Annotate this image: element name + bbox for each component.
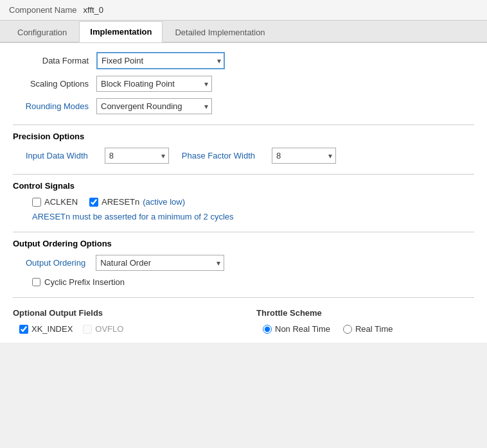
data-format-select-wrapper: Fixed Point Block Floating Point Floatin…: [96, 52, 225, 69]
input-data-width-label: Input Data Width: [26, 151, 88, 160]
input-data-width-select-wrapper: 8 16 24 32: [105, 148, 169, 164]
real-time-label: Real Time: [355, 324, 393, 334]
tabs-bar: Configuration Implementation Detailed Im…: [0, 21, 487, 43]
component-name-value: xfft_0: [84, 5, 104, 15]
scaling-options-select[interactable]: Block Floating Point Unscaled Scaled: [96, 76, 212, 92]
non-real-time-radio-label[interactable]: Non Real Time: [263, 324, 330, 334]
real-time-radio-label[interactable]: Real Time: [343, 324, 393, 334]
optional-checkboxes: XK_INDEX OVFLO: [19, 324, 231, 334]
precision-options-title: Precision Options: [13, 132, 474, 141]
throttle-scheme-radios: Non Real Time Real Time: [263, 324, 474, 334]
aresetn-label: ARESETn: [102, 197, 139, 207]
real-time-radio[interactable]: [343, 325, 352, 334]
aclken-checkbox-label[interactable]: ACLKEN: [32, 197, 78, 207]
content-panel: Data Format Fixed Point Block Floating P…: [0, 43, 487, 343]
rounding-modes-row: Rounding Modes Convergent Rounding Trunc…: [13, 98, 474, 114]
phase-factor-width-select[interactable]: 8 16 24 32: [272, 148, 336, 164]
rounding-modes-label: Rounding Modes: [13, 101, 96, 111]
control-signals-checkboxes: ACLKEN ARESETn (active low): [32, 197, 474, 207]
phase-factor-width-select-wrapper: 8 16 24 32: [272, 148, 336, 164]
divider-4: [13, 297, 474, 298]
output-ordering-label: Output Ordering: [26, 258, 85, 268]
aresetn-checkbox-label[interactable]: ARESETn (active low): [89, 197, 185, 207]
non-real-time-radio[interactable]: [263, 325, 272, 334]
bottom-section: Optional Output Fields XK_INDEX OVFLO Th…: [13, 308, 474, 334]
throttle-scheme-title: Throttle Scheme: [256, 308, 474, 318]
xk-index-checkbox[interactable]: [19, 325, 28, 334]
tab-implementation[interactable]: Implementation: [79, 21, 163, 42]
output-ordering-select-wrapper: Natural Order Bit Reversed Order: [96, 255, 224, 271]
cyclic-prefix-checkbox[interactable]: [32, 278, 40, 286]
optional-output-fields: Optional Output Fields XK_INDEX OVFLO: [13, 308, 231, 334]
optional-output-fields-title: Optional Output Fields: [13, 308, 231, 318]
scaling-options-row: Scaling Options Block Floating Point Uns…: [13, 76, 474, 92]
divider-1: [13, 125, 474, 125]
precision-options-row: Input Data Width 8 16 24 32 Phase Factor…: [26, 148, 474, 164]
cyclic-prefix-row: Cyclic Prefix Insertion: [32, 277, 474, 287]
xk-index-checkbox-label[interactable]: XK_INDEX: [19, 324, 73, 334]
tab-configuration[interactable]: Configuration: [6, 22, 78, 42]
output-ordering-row: Output Ordering Natural Order Bit Revers…: [26, 255, 474, 271]
aresetn-checkbox[interactable]: [89, 198, 98, 207]
phase-factor-width-label: Phase Factor Width: [182, 151, 255, 160]
aresetn-suffix: (active low): [143, 197, 185, 207]
data-format-label: Data Format: [13, 56, 96, 65]
non-real-time-label: Non Real Time: [275, 324, 330, 334]
component-name-bar: Component Name xfft_0: [0, 0, 487, 21]
data-format-row: Data Format Fixed Point Block Floating P…: [13, 52, 474, 69]
cyclic-prefix-label: Cyclic Prefix Insertion: [44, 277, 125, 287]
aclken-label: ACLKEN: [44, 197, 78, 207]
ovflo-checkbox-label[interactable]: OVFLO: [83, 324, 123, 334]
input-data-width-select[interactable]: 8 16 24 32: [105, 148, 169, 164]
ovflo-checkbox[interactable]: [83, 325, 92, 334]
component-name-label: Component Name: [9, 5, 77, 15]
rounding-modes-select[interactable]: Convergent Rounding Truncation Round Hal…: [96, 98, 212, 114]
scaling-options-label: Scaling Options: [13, 79, 96, 89]
ovflo-label: OVFLO: [95, 324, 123, 334]
data-format-select[interactable]: Fixed Point Block Floating Point Floatin…: [96, 52, 225, 69]
output-ordering-select[interactable]: Natural Order Bit Reversed Order: [96, 255, 224, 271]
aclken-checkbox[interactable]: [32, 198, 41, 207]
control-signals-title: Control Signals: [13, 181, 474, 191]
divider-2: [13, 174, 474, 175]
scaling-options-select-wrapper: Block Floating Point Unscaled Scaled: [96, 76, 212, 92]
xk-index-label: XK_INDEX: [31, 324, 73, 334]
throttle-scheme: Throttle Scheme Non Real Time Real Time: [256, 308, 474, 334]
tab-detailed-implementation[interactable]: Detailed Implementation: [164, 22, 276, 42]
output-ordering-title: Output Ordering Options: [13, 239, 474, 248]
divider-3: [13, 232, 474, 232]
reset-note: ARESETn must be asserted for a minimum o…: [32, 212, 474, 221]
rounding-modes-select-wrapper: Convergent Rounding Truncation Round Hal…: [96, 98, 212, 114]
